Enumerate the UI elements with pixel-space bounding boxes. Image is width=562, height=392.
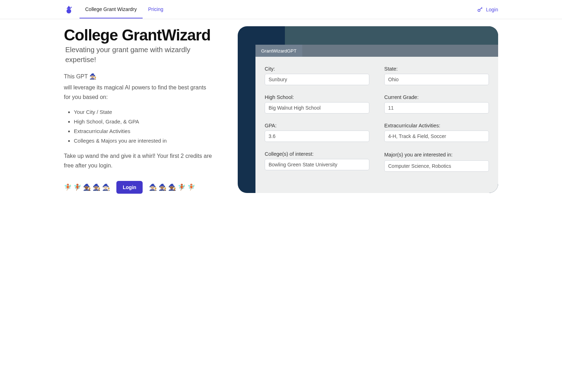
- cta-text: Take up wand the and give it a whirl! Yo…: [64, 151, 213, 170]
- desc-post: will leverage its magical AI powers to f…: [64, 83, 213, 102]
- nav-tabs: College Grant Wizardry Pricing: [79, 1, 169, 18]
- city-input[interactable]: [265, 74, 369, 85]
- list-item: High School, Grade, & GPA: [74, 117, 213, 126]
- svg-point-0: [67, 9, 71, 13]
- svg-point-1: [71, 6, 72, 7]
- wizard-emoji-icon: 🧙🏼: [89, 72, 97, 81]
- gpa-input[interactable]: [265, 131, 369, 142]
- list-item: Colleges & Majors you are interested in: [74, 136, 213, 145]
- state-label: State:: [384, 66, 489, 72]
- colleges-input[interactable]: [265, 159, 369, 170]
- majors-input[interactable]: [384, 160, 489, 172]
- page-subtitle: Elevating your grant game with wizardly …: [64, 45, 213, 65]
- emoji-row: 🧚🏼 🧚🏽 🧙🏾 🧙🏽 🧙🏻 Login 🧙🏼 🧙🏽 🧙🏾 🧚🏽 🧚🏼: [64, 181, 213, 194]
- field-grade: Current Grade:: [384, 94, 489, 114]
- field-highschool: High School:: [265, 94, 369, 114]
- colleges-label: College(s) of interest:: [265, 151, 369, 157]
- highschool-label: High School:: [265, 94, 369, 100]
- majors-label: Major(s) you are interested in:: [384, 151, 489, 158]
- grade-input[interactable]: [384, 102, 489, 114]
- tab-wizardry[interactable]: College Grant Wizardry: [79, 1, 143, 18]
- card-body: City: State: High School: Current Grade:: [255, 57, 498, 193]
- form-grid: City: State: High School: Current Grade:: [265, 66, 489, 172]
- page-title: College GrantWizard: [64, 26, 213, 44]
- city-label: City:: [265, 66, 369, 72]
- svg-point-2: [478, 9, 480, 11]
- wizard-logo-icon[interactable]: [64, 5, 74, 15]
- card-tab[interactable]: GrantWizardGPT: [255, 45, 302, 57]
- feature-list: Your City / State High School, Grade, & …: [64, 107, 213, 145]
- activities-input[interactable]: [384, 131, 489, 142]
- main-content: College GrantWizard Elevating your grant…: [0, 19, 562, 201]
- hero-description: This GPT 🧙🏼 will leverage its magical AI…: [64, 72, 213, 102]
- card-outer: GrantWizardGPT City: State: High School:: [238, 26, 498, 193]
- key-icon: [477, 6, 483, 13]
- field-colleges: College(s) of interest:: [265, 151, 369, 172]
- activities-label: Extracurricular Activities:: [384, 123, 489, 128]
- field-city: City:: [265, 66, 369, 85]
- highschool-input[interactable]: [265, 102, 369, 114]
- field-state: State:: [384, 66, 489, 85]
- field-majors: Major(s) you are interested in:: [384, 151, 489, 172]
- emojis-right: 🧙🏼 🧙🏽 🧙🏾 🧚🏽 🧚🏼: [149, 183, 195, 191]
- login-link[interactable]: Login: [477, 6, 498, 13]
- preview-panel: GrantWizardGPT City: State: High School:: [238, 26, 498, 194]
- field-activities: Extracurricular Activities:: [384, 123, 489, 142]
- nav-left: College Grant Wizardry Pricing: [64, 1, 169, 18]
- card-tab-bar: GrantWizardGPT: [255, 45, 498, 57]
- list-item: Your City / State: [74, 107, 213, 117]
- login-button[interactable]: Login: [116, 181, 143, 194]
- list-item: Extracurricular Activities: [74, 126, 213, 136]
- state-input[interactable]: [384, 74, 489, 85]
- login-link-label: Login: [486, 7, 498, 12]
- gpa-label: GPA:: [265, 123, 369, 128]
- card-top-accent: [285, 26, 498, 45]
- top-nav: College Grant Wizardry Pricing Login: [0, 0, 562, 19]
- emojis-left: 🧚🏼 🧚🏽 🧙🏾 🧙🏽 🧙🏻: [64, 183, 110, 191]
- tab-pricing[interactable]: Pricing: [143, 1, 169, 18]
- field-gpa: GPA:: [265, 123, 369, 142]
- grade-label: Current Grade:: [384, 94, 489, 100]
- hero-section: College GrantWizard Elevating your grant…: [64, 26, 213, 194]
- desc-pre: This GPT: [64, 72, 88, 81]
